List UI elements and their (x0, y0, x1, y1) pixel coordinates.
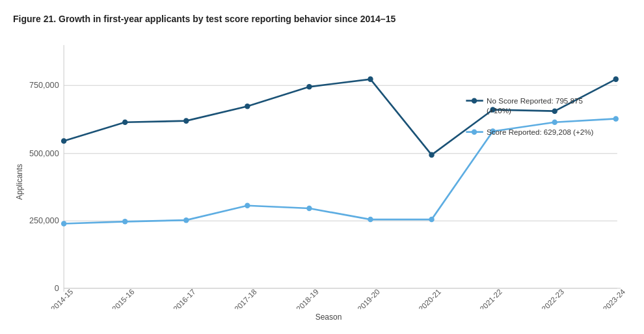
svg-point-45 (472, 130, 477, 135)
svg-point-41 (472, 98, 477, 104)
svg-text:(+10%): (+10%) (487, 106, 511, 115)
chart-title: Figure 21. Growth in first-year applican… (13, 13, 631, 25)
svg-point-36 (429, 217, 434, 223)
svg-point-34 (306, 206, 312, 212)
svg-text:2021-22: 2021-22 (478, 287, 503, 309)
svg-text:2015-16: 2015-16 (110, 287, 135, 309)
svg-text:2023-24: 2023-24 (601, 287, 627, 309)
svg-point-22 (183, 118, 189, 124)
svg-point-35 (368, 217, 373, 223)
svg-point-21 (122, 120, 127, 126)
svg-text:0: 0 (55, 283, 59, 293)
svg-text:2022-23: 2022-23 (540, 287, 565, 309)
svg-point-32 (183, 217, 189, 223)
svg-point-25 (368, 77, 373, 83)
svg-text:Score Reported: 629,208 (+2%): Score Reported: 629,208 (+2%) (487, 128, 593, 136)
svg-plot: 0 250,000 500,000 750,000 2014-15 2015-1… (26, 31, 631, 309)
svg-text:250,000: 250,000 (29, 216, 59, 226)
svg-text:2018-19: 2018-19 (295, 287, 320, 309)
svg-point-29 (613, 77, 619, 83)
svg-text:No Score Reported: 795,875: No Score Reported: 795,875 (487, 96, 583, 105)
y-axis-label: Applicants (13, 31, 26, 313)
x-axis-label: Season (26, 309, 631, 322)
svg-point-39 (613, 116, 619, 122)
svg-text:2016-17: 2016-17 (171, 287, 196, 309)
svg-point-33 (245, 203, 250, 209)
svg-text:2019-20: 2019-20 (356, 287, 382, 309)
svg-text:2014-15: 2014-15 (49, 287, 74, 309)
svg-point-20 (61, 138, 66, 144)
svg-point-30 (61, 221, 66, 227)
svg-point-38 (552, 120, 557, 126)
svg-text:750,000: 750,000 (29, 81, 59, 90)
svg-point-24 (306, 84, 312, 90)
chart-container: Figure 21. Growth in first-year applican… (0, 0, 644, 334)
svg-point-26 (429, 152, 434, 158)
svg-text:500,000: 500,000 (29, 148, 59, 158)
svg-point-28 (552, 109, 557, 115)
svg-point-31 (122, 219, 127, 225)
svg-point-23 (245, 104, 250, 109)
svg-text:2020-21: 2020-21 (417, 287, 442, 309)
svg-text:2017-18: 2017-18 (232, 287, 258, 309)
